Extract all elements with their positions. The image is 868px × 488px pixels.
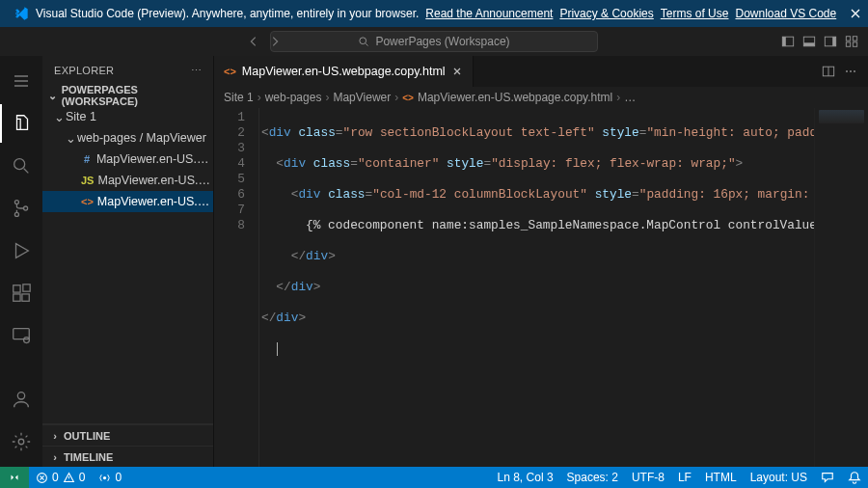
tree-folder-webpages[interactable]: ⌄ web-pages / MapViewer xyxy=(42,127,213,149)
minimap[interactable] xyxy=(814,108,868,467)
js-file-icon: JS xyxy=(81,173,94,188)
svg-point-0 xyxy=(360,38,366,44)
svg-rect-4 xyxy=(803,42,814,46)
code-editor[interactable]: 1234 5678 <div class="row sectionBlockLa… xyxy=(214,108,868,467)
tree-folder-root[interactable]: ⌄ Site 1 xyxy=(42,106,213,127)
svg-point-14 xyxy=(24,206,28,210)
tree-file-js[interactable]: JS MapViewer.en-US.customj… xyxy=(42,170,213,191)
workspace-section-header[interactable]: ⌄ POWERPAGES (WORKSPACE) xyxy=(42,85,213,106)
title-bar: PowerPages (Workspace) xyxy=(0,27,868,56)
tree-file-html[interactable]: <> MapViewer.en-US.webpag… xyxy=(42,191,213,212)
command-center-label: PowerPages (Workspace) xyxy=(375,35,509,48)
status-eol[interactable]: LF xyxy=(671,467,698,488)
svg-rect-8 xyxy=(853,37,856,41)
remote-explorer-icon[interactable] xyxy=(0,316,42,355)
banner-link-announcement[interactable]: Read the Announcement xyxy=(425,7,553,20)
tree-label: MapViewer.en-US.webpag… xyxy=(97,195,213,208)
code-content[interactable]: <div class="row sectionBlockLayout text-… xyxy=(258,108,868,467)
html-file-icon: <> xyxy=(224,66,236,77)
accounts-icon[interactable] xyxy=(0,380,42,419)
tree-label: Site 1 xyxy=(66,110,96,123)
tab-label: MapViewer.en-US.webpage.copy.html xyxy=(242,65,446,78)
banner-text: Visual Studio Code (Preview). Anywhere, … xyxy=(36,7,419,20)
customize-layout-icon[interactable] xyxy=(845,35,858,48)
settings-gear-icon[interactable] xyxy=(0,422,42,461)
run-debug-icon[interactable] xyxy=(0,231,42,270)
breadcrumb[interactable]: Site 1› web-pages› MapViewer› <> MapView… xyxy=(214,87,868,108)
svg-point-20 xyxy=(24,338,30,343)
breadcrumb-item[interactable]: … xyxy=(624,91,636,104)
text-cursor xyxy=(277,342,278,356)
status-indentation[interactable]: Spaces: 2 xyxy=(560,467,625,488)
announcement-banner: Visual Studio Code (Preview). Anywhere, … xyxy=(0,0,868,27)
remote-indicator[interactable] xyxy=(0,467,29,488)
timeline-section-header[interactable]: › TIMELINE xyxy=(42,446,213,467)
svg-rect-7 xyxy=(846,37,850,41)
search-nav-icon[interactable] xyxy=(0,147,42,185)
workspace-section-label: POWERPAGES (WORKSPACE) xyxy=(62,84,213,107)
breadcrumb-item[interactable]: Site 1 xyxy=(224,91,254,104)
nav-arrows xyxy=(247,35,282,48)
source-control-icon[interactable] xyxy=(0,189,42,228)
toggle-primary-sidebar-icon[interactable] xyxy=(781,35,795,48)
file-tree: ⌄ Site 1 ⌄ web-pages / MapViewer # MapVi… xyxy=(42,106,213,423)
broadcast-icon xyxy=(98,472,111,484)
banner-link-terms[interactable]: Terms of Use xyxy=(661,7,729,20)
svg-point-25 xyxy=(103,475,106,478)
warning-icon xyxy=(63,472,75,484)
breadcrumb-item[interactable]: MapViewer xyxy=(333,91,391,104)
svg-rect-9 xyxy=(846,42,850,46)
tab-close-icon[interactable] xyxy=(451,66,463,77)
explorer-header: EXPLORER ⋯ xyxy=(42,56,213,85)
css-file-icon: # xyxy=(81,151,93,167)
svg-rect-17 xyxy=(22,294,29,301)
svg-rect-16 xyxy=(14,294,20,301)
toggle-secondary-sidebar-icon[interactable] xyxy=(824,35,837,48)
status-notifications-icon[interactable] xyxy=(841,467,868,488)
chevron-right-icon: › xyxy=(48,451,62,463)
tree-label: web-pages / MapViewer xyxy=(77,131,206,145)
timeline-label: TIMELINE xyxy=(64,451,113,463)
svg-point-21 xyxy=(17,393,24,399)
nav-forward-icon[interactable] xyxy=(268,35,282,48)
vscode-logo-icon xyxy=(14,6,29,21)
svg-point-13 xyxy=(14,212,18,216)
outline-section-header[interactable]: › OUTLINE xyxy=(42,424,213,446)
tree-file-css[interactable]: # MapViewer.en-US.customc… xyxy=(42,149,213,170)
status-encoding[interactable]: UTF-8 xyxy=(625,467,671,488)
html-file-icon: <> xyxy=(402,93,414,103)
command-center[interactable]: PowerPages (Workspace) xyxy=(270,31,598,52)
status-keyboard-layout[interactable]: Layout: US xyxy=(744,467,814,488)
explorer-icon[interactable] xyxy=(0,104,42,143)
chevron-right-icon: › xyxy=(48,430,62,442)
svg-point-12 xyxy=(14,201,18,204)
status-ports[interactable]: 0 xyxy=(92,467,128,488)
search-icon xyxy=(358,36,369,47)
svg-rect-10 xyxy=(853,42,856,46)
explorer-sidebar: EXPLORER ⋯ ⌄ POWERPAGES (WORKSPACE) ⌄ Si… xyxy=(42,56,214,467)
layout-controls xyxy=(781,35,858,48)
menu-icon[interactable] xyxy=(0,62,42,100)
chevron-down-icon: ⌄ xyxy=(64,131,77,146)
split-editor-icon[interactable] xyxy=(822,65,835,78)
status-problems[interactable]: 0 0 xyxy=(29,467,92,488)
tab-mapviewer-html[interactable]: <> MapViewer.en-US.webpage.copy.html xyxy=(214,56,474,87)
chevron-down-icon: ⌄ xyxy=(52,110,66,124)
status-language[interactable]: HTML xyxy=(698,467,744,488)
svg-rect-6 xyxy=(832,37,836,46)
breadcrumb-item[interactable]: MapViewer.en-US.webpage.copy.html xyxy=(418,91,612,104)
chevron-down-icon: ⌄ xyxy=(46,90,60,102)
nav-back-icon[interactable] xyxy=(247,35,260,48)
banner-close-icon[interactable] xyxy=(850,8,861,19)
extensions-icon[interactable] xyxy=(0,274,42,312)
banner-link-privacy[interactable]: Privacy & Cookies xyxy=(559,7,653,20)
status-feedback-icon[interactable] xyxy=(814,467,841,488)
editor-more-icon[interactable]: ⋯ xyxy=(845,65,856,78)
editor-tabs: <> MapViewer.en-US.webpage.copy.html ⋯ xyxy=(214,56,868,87)
status-cursor-position[interactable]: Ln 8, Col 3 xyxy=(491,467,560,488)
toggle-panel-icon[interactable] xyxy=(802,35,816,48)
banner-link-download[interactable]: Download VS Code xyxy=(735,7,836,20)
breadcrumb-item[interactable]: web-pages xyxy=(265,91,322,104)
explorer-more-icon[interactable]: ⋯ xyxy=(191,65,202,77)
line-number-gutter: 1234 5678 xyxy=(214,108,258,467)
